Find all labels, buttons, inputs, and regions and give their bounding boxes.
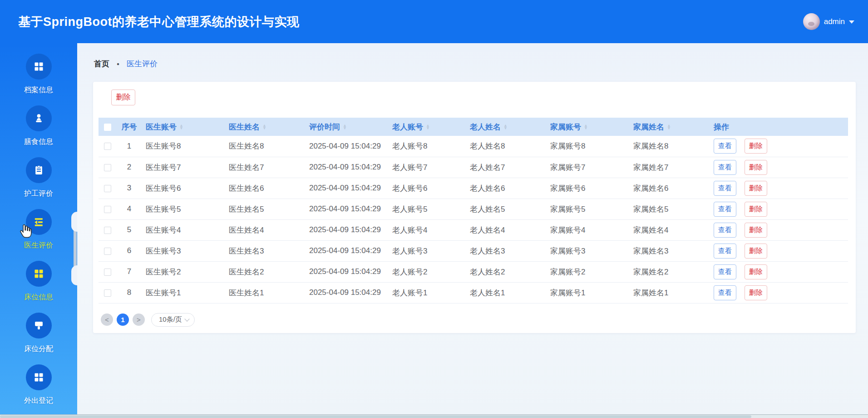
row-checkbox[interactable] (104, 185, 111, 192)
cell-doctor_account: 医生账号2 (142, 261, 225, 282)
cell-doctor_name: 医生姓名5 (225, 199, 305, 219)
cell-family_account: 家属账号6 (546, 178, 629, 199)
view-button[interactable]: 查看 (714, 139, 736, 154)
horizontal-scrollbar-thumb[interactable] (0, 415, 751, 418)
sidebar-item-床位信息[interactable]: 床位信息 (0, 256, 77, 308)
select-all-checkbox[interactable] (104, 124, 111, 131)
row-checkbox[interactable] (104, 269, 111, 276)
cell-family_account: 家属账号4 (546, 219, 629, 240)
cell-doctor_account: 医生账号4 (142, 219, 225, 240)
hover-item-notch (71, 265, 77, 285)
column-header-家属账号[interactable]: 家属账号▲▼ (546, 118, 629, 136)
breadcrumb-home[interactable]: 首页 (94, 59, 109, 69)
sort-icon[interactable]: ▲▼ (584, 124, 588, 130)
breadcrumb-current[interactable]: 医生评价 (127, 59, 158, 69)
delete-button[interactable]: 删除 (745, 139, 767, 154)
row-checkbox[interactable] (104, 289, 111, 297)
cell-doctor_account: 医生账号3 (142, 240, 225, 261)
avatar[interactable] (803, 13, 820, 30)
chevron-down-icon (184, 316, 189, 321)
page-size-select[interactable]: 10条/页 (151, 313, 195, 327)
column-header-老人账号[interactable]: 老人账号▲▼ (388, 118, 466, 136)
sidebar-item-label: 膳食信息 (24, 137, 53, 147)
cell-actions: 查看 删除 (710, 136, 848, 157)
sort-icon[interactable]: ▲▼ (262, 124, 266, 130)
prev-page-button[interactable]: < (101, 314, 113, 326)
column-header-老人姓名[interactable]: 老人姓名▲▼ (466, 118, 546, 136)
sort-icon[interactable]: ▲▼ (343, 124, 347, 130)
table-row: 8医生账号1医生姓名12025-04-09 15:04:29老人账号1老人姓名1… (99, 282, 848, 303)
cell-doctor_account: 医生账号5 (142, 199, 225, 219)
user-menu[interactable]: admin (803, 0, 854, 43)
chevron-down-icon (849, 20, 854, 24)
sidebar-item-医生评价[interactable]: 医生评价 (0, 204, 77, 256)
cell-doctor_name: 医生姓名1 (225, 282, 305, 303)
sidebar-item-label: 床位信息 (24, 293, 53, 302)
delete-button[interactable]: 删除 (745, 181, 767, 196)
column-header-评价时间[interactable]: 评价时间▲▼ (305, 118, 388, 136)
view-button[interactable]: 查看 (714, 202, 736, 217)
delete-button[interactable]: 删除 (745, 264, 767, 279)
cell-elder_name: 老人姓名2 (466, 261, 546, 282)
sidebar-item-床位分配[interactable]: 床位分配 (0, 308, 77, 360)
cell-actions: 查看 删除 (710, 261, 848, 282)
cell-family_name: 家属姓名8 (629, 136, 710, 157)
cell-elder_account: 老人账号4 (388, 219, 466, 240)
sidebar: 档案信息膳食信息护工评价医生评价床位信息床位分配外出登记 (0, 43, 77, 418)
table-row: 2医生账号7医生姓名72025-04-09 15:04:29老人账号7老人姓名7… (99, 157, 848, 178)
cell-family_name: 家属姓名6 (629, 178, 710, 199)
row-checkbox[interactable] (104, 143, 111, 150)
cell-seq: 5 (117, 219, 142, 240)
cell-family_name: 家属姓名4 (629, 219, 710, 240)
sidebar-item-label: 护工评价 (24, 189, 53, 199)
view-button[interactable]: 查看 (714, 223, 736, 238)
row-checkbox[interactable] (104, 206, 111, 213)
doctor-review-table: 序号医生账号▲▼医生姓名▲▼评价时间▲▼老人账号▲▼老人姓名▲▼家属账号▲▼家属… (99, 118, 848, 304)
sidebar-item-档案信息[interactable]: 档案信息 (0, 49, 77, 101)
view-button[interactable]: 查看 (714, 244, 736, 259)
view-button[interactable]: 查看 (714, 285, 736, 300)
delete-button[interactable]: 删除 (745, 244, 767, 259)
cell-elder_name: 老人姓名3 (466, 240, 546, 261)
sidebar-item-label: 医生评价 (24, 241, 53, 250)
table-row: 4医生账号5医生姓名52025-04-09 15:04:29老人账号5老人姓名5… (99, 199, 848, 219)
page-1-button[interactable]: 1 (117, 314, 129, 326)
cell-doctor_account: 医生账号1 (142, 282, 225, 303)
sidebar-item-外出登记[interactable]: 外出登记 (0, 360, 77, 412)
delete-button[interactable]: 删除 (745, 160, 767, 175)
column-header-医生账号[interactable]: 医生账号▲▼ (142, 118, 225, 136)
view-button[interactable]: 查看 (714, 264, 736, 279)
sort-icon[interactable]: ▲▼ (667, 124, 671, 130)
delete-button[interactable]: 删除 (745, 223, 767, 238)
cell-actions: 查看 删除 (710, 240, 848, 261)
sidebar-item-护工评价[interactable]: 护工评价 (0, 153, 77, 204)
delete-button[interactable]: 删除 (745, 285, 767, 300)
cell-actions: 查看 删除 (710, 282, 848, 303)
sidebar-item-label: 床位分配 (24, 344, 53, 354)
cell-elder_name: 老人姓名1 (466, 282, 546, 303)
sort-icon[interactable]: ▲▼ (179, 124, 183, 130)
cell-elder_account: 老人账号5 (388, 199, 466, 219)
cell-family_account: 家属账号1 (546, 282, 629, 303)
cell-elder_name: 老人姓名8 (466, 136, 546, 157)
sort-icon[interactable]: ▲▼ (503, 124, 508, 130)
horizontal-scrollbar[interactable] (0, 414, 868, 418)
sidebar-item-膳食信息[interactable]: 膳食信息 (0, 101, 77, 153)
column-header-家属姓名[interactable]: 家属姓名▲▼ (629, 118, 710, 136)
row-checkbox[interactable] (104, 164, 111, 171)
column-header-医生姓名[interactable]: 医生姓名▲▼ (225, 118, 305, 136)
cell-family_account: 家属账号5 (546, 199, 629, 219)
next-page-button[interactable]: > (133, 314, 145, 326)
row-checkbox[interactable] (104, 248, 111, 255)
cell-doctor_name: 医生姓名7 (225, 157, 305, 178)
view-button[interactable]: 查看 (714, 181, 736, 196)
sort-icon[interactable]: ▲▼ (426, 124, 430, 130)
bulk-delete-button[interactable]: 删除 (111, 90, 135, 105)
table-row: 6医生账号3医生姓名32025-04-09 15:04:29老人账号3老人姓名3… (99, 240, 848, 261)
cell-seq: 1 (117, 136, 142, 157)
page-title: 基于SpringBoot的养老中心管理系统的设计与实现 (18, 14, 299, 30)
delete-button[interactable]: 删除 (745, 202, 767, 217)
view-button[interactable]: 查看 (714, 160, 736, 175)
cell-elder_account: 老人账号6 (388, 178, 466, 199)
row-checkbox[interactable] (104, 227, 111, 234)
